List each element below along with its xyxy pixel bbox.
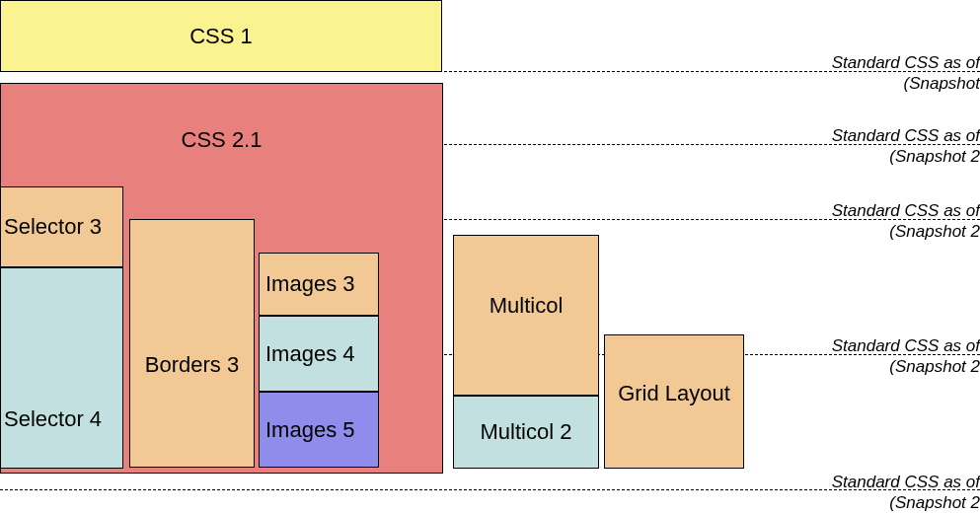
block-selector4: Selector 4 (0, 267, 123, 469)
block-images4: Images 4 (259, 316, 379, 392)
block-selector3: Selector 3 (0, 186, 123, 267)
note-snapshot-2: Standard CSS as of (Snapshot 2 (832, 125, 980, 168)
block-css21-label: CSS 2.1 (182, 127, 263, 153)
note-snapshot-1: Standard CSS as of (Snapshot (832, 52, 980, 95)
note-5-line2: (Snapshot 2 (832, 492, 980, 513)
block-multicol2: Multicol 2 (453, 396, 599, 469)
note-1-line2: (Snapshot (832, 73, 980, 94)
note-3-line2: (Snapshot 2 (832, 221, 980, 242)
block-multicol-label: Multicol (490, 293, 564, 319)
block-images5: Images 5 (259, 392, 379, 468)
note-snapshot-5: Standard CSS as of (Snapshot 2 (832, 472, 980, 514)
note-3-line1: Standard CSS as of (832, 201, 980, 220)
block-multicol: Multicol (453, 235, 599, 396)
note-snapshot-4: Standard CSS as of (Snapshot 2 (832, 335, 980, 378)
block-css1-label: CSS 1 (189, 24, 253, 49)
note-2-line1: Standard CSS as of (832, 126, 980, 145)
block-borders3-label: Borders 3 (145, 352, 239, 378)
note-snapshot-3: Standard CSS as of (Snapshot 2 (832, 200, 980, 243)
block-gridlayout: Grid Layout (604, 334, 744, 469)
note-4-line1: Standard CSS as of (832, 336, 980, 355)
note-4-line2: (Snapshot 2 (832, 356, 980, 377)
note-2-line2: (Snapshot 2 (832, 146, 980, 167)
block-images3-label: Images 3 (265, 271, 355, 297)
block-images4-label: Images 4 (265, 341, 355, 367)
note-5-line1: Standard CSS as of (832, 473, 980, 491)
block-multicol2-label: Multicol 2 (481, 419, 572, 445)
block-borders3: Borders 3 (129, 219, 255, 468)
note-1-line1: Standard CSS as of (832, 53, 980, 72)
block-css1: CSS 1 (0, 0, 442, 72)
block-selector4-label: Selector 4 (4, 406, 102, 432)
block-images3: Images 3 (259, 253, 379, 316)
block-gridlayout-label: Grid Layout (618, 381, 730, 406)
block-images5-label: Images 5 (265, 417, 355, 443)
block-selector3-label: Selector 3 (4, 214, 102, 240)
